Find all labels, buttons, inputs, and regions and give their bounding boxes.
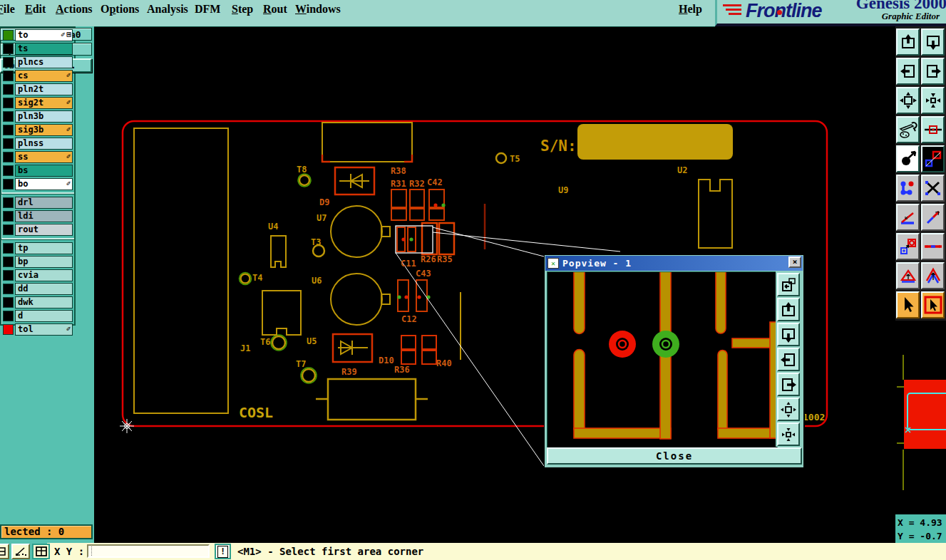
menu-dfm[interactable]: DFM — [195, 3, 220, 16]
layer-swatch[interactable] — [3, 165, 14, 176]
layer-swatch[interactable] — [3, 256, 14, 267]
layer-row-ldi[interactable]: ldi — [3, 211, 73, 222]
layer-name[interactable]: pln3b — [15, 110, 73, 123]
net-nodes-button[interactable] — [896, 175, 920, 202]
layer-name[interactable]: rout — [15, 224, 73, 236]
layer-swatch[interactable] — [3, 284, 14, 294]
xy-coordinate-input[interactable] — [87, 544, 210, 558]
layer-swatch[interactable] — [3, 311, 14, 321]
cursor-select-button[interactable] — [896, 291, 920, 318]
layer-name[interactable]: tp — [15, 242, 73, 254]
layer-name[interactable]: cs✐ — [15, 70, 73, 82]
layer-row-sig2t[interactable]: sig2t✐ — [3, 98, 73, 108]
layer-name[interactable]: sig3b✐ — [15, 124, 73, 136]
layer-name[interactable]: plncs — [15, 56, 73, 68]
clipped-toolbar-button[interactable] — [0, 544, 9, 559]
layer-swatch[interactable] — [3, 224, 14, 235]
layer-swatch[interactable] — [3, 84, 14, 95]
alert-button[interactable]: ! — [215, 544, 231, 559]
popview-pan-left-button[interactable] — [777, 348, 800, 371]
layer-swatch[interactable] — [3, 324, 14, 335]
layer-row-plnss[interactable]: plnss — [3, 138, 73, 149]
layer-row-d[interactable]: d — [3, 311, 73, 321]
layer-row-drl[interactable]: drl — [3, 197, 73, 208]
copy-feature-button[interactable] — [896, 233, 920, 260]
layer-name[interactable]: ss✐ — [15, 151, 73, 163]
draw-tools-button[interactable] — [896, 116, 920, 143]
pan-right-button[interactable] — [921, 58, 945, 85]
pad-snap-button[interactable] — [921, 116, 945, 143]
layer-row-ts[interactable]: ts — [3, 43, 73, 54]
layer-name[interactable]: sig2t✐ — [15, 97, 73, 109]
popview-zoom-expand-button[interactable] — [777, 422, 800, 446]
layer-row-rout[interactable]: rout — [3, 224, 73, 235]
layer-row-tp[interactable]: tp — [3, 243, 73, 254]
layer-row-plncs[interactable]: plncs — [3, 57, 73, 68]
layer-name[interactable]: bp — [15, 256, 73, 268]
layer-name[interactable]: pln2t — [15, 83, 73, 95]
cursor-area-button[interactable] — [921, 291, 945, 318]
layer-swatch[interactable] — [3, 43, 14, 54]
layer-name[interactable]: ts — [15, 43, 73, 55]
zoom-center-button[interactable] — [896, 87, 920, 114]
layer-swatch[interactable] — [3, 138, 14, 149]
layer-row-cvia[interactable]: cvia — [3, 270, 73, 281]
menu-step[interactable]: Step — [232, 3, 253, 16]
menu-windows[interactable]: Windows — [295, 3, 341, 16]
layer-swatch[interactable] — [3, 152, 14, 162]
layer-row-tol[interactable]: tol✐ — [3, 324, 73, 335]
layer-swatch[interactable] — [3, 243, 14, 254]
popview-close-x-button[interactable]: × — [788, 256, 801, 268]
popview-canvas[interactable] — [547, 271, 778, 448]
popview-pan-down-button[interactable] — [777, 323, 800, 346]
snap-angle-button[interactable] — [11, 544, 30, 559]
layer-name[interactable]: plnss — [15, 138, 73, 150]
layer-name[interactable]: to✐⊞ — [15, 29, 73, 41]
layer-swatch[interactable] — [3, 211, 14, 222]
pan-left-button[interactable] — [896, 58, 920, 85]
layer-name[interactable]: d — [15, 310, 73, 322]
menu-file[interactable]: File — [0, 3, 15, 16]
menu-options[interactable]: Options — [101, 3, 139, 16]
layer-name[interactable]: bo✐ — [15, 178, 73, 190]
layer-swatch[interactable] — [3, 197, 14, 208]
menu-rout[interactable]: Rout — [263, 3, 287, 16]
layer-row-bp[interactable]: bp — [3, 256, 73, 267]
menu-edit[interactable]: Edit — [25, 3, 46, 16]
layer-name[interactable]: ldi — [15, 210, 73, 222]
layer-compare-button[interactable] — [921, 145, 945, 172]
zoom-spread-button[interactable] — [921, 87, 945, 114]
chevron-marker-button[interactable] — [921, 262, 945, 289]
layer-row-to[interactable]: to✐⊞ — [3, 30, 73, 41]
layer-row-ss[interactable]: ss✐ — [3, 152, 73, 162]
layer-name[interactable]: bs — [15, 165, 73, 177]
layer-name[interactable]: dd — [15, 283, 73, 295]
layer-swatch[interactable] — [3, 111, 14, 122]
pan-down-button[interactable] — [921, 28, 945, 56]
overview-navigator[interactable] — [895, 321, 946, 513]
popview-source-rect[interactable] — [396, 226, 433, 253]
layer-name[interactable]: drl — [15, 197, 73, 209]
layer-swatch[interactable] — [3, 98, 14, 108]
slope-line-button[interactable] — [921, 204, 945, 231]
layer-swatch[interactable] — [3, 57, 14, 68]
layer-swatch[interactable] — [3, 179, 14, 190]
layer-swatch[interactable] — [3, 125, 14, 135]
popview-pan-up-button[interactable] — [777, 298, 800, 321]
layer-name[interactable]: tol✐ — [15, 323, 73, 336]
delete-vertex-button[interactable] — [921, 175, 945, 202]
popview-close-button[interactable]: Close — [547, 447, 802, 465]
layer-name[interactable]: cvia — [15, 269, 73, 281]
triangle-marker-button[interactable] — [896, 262, 920, 289]
layer-name[interactable]: dwk — [15, 296, 73, 308]
layer-swatch[interactable] — [3, 30, 14, 41]
layer-row-dwk[interactable]: dwk — [3, 297, 73, 308]
layer-swatch[interactable] — [3, 270, 14, 281]
layer-row-bs[interactable]: bs — [3, 165, 73, 176]
layer-swatch[interactable] — [3, 297, 14, 308]
menu-analysis[interactable]: Analysis — [147, 3, 188, 16]
pan-up-button[interactable] — [896, 28, 920, 56]
menu-actions[interactable]: Actions — [56, 3, 93, 16]
popview-zoom-fit-button[interactable] — [777, 398, 800, 421]
layer-row-bo[interactable]: bo✐ — [3, 179, 73, 190]
